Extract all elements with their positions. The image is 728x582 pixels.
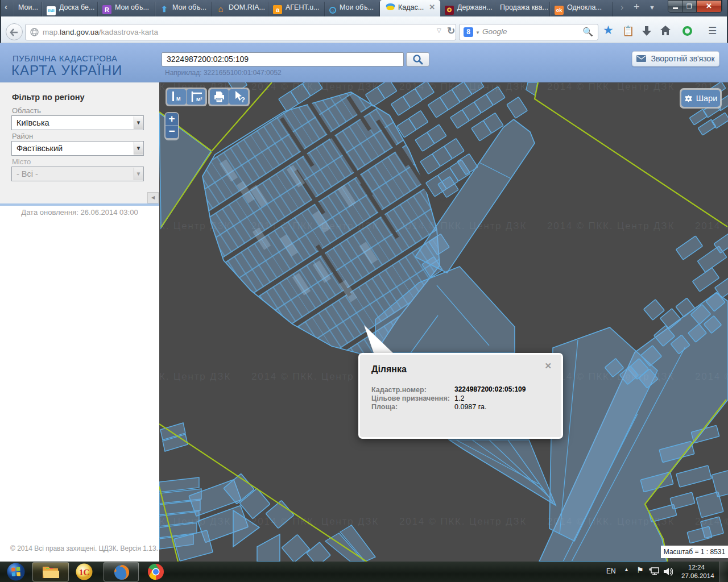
svg-text:2014 © ПКК. Центр ДЗК: 2014 © ПКК. Центр ДЗК	[547, 221, 675, 231]
svg-text:2014 © ПКК. Центр ДЗК: 2014 © ПКК. Центр ДЗК	[251, 221, 379, 231]
svg-text:2014 © ПКК. Центр ДЗК: 2014 © ПКК. Центр ДЗК	[547, 82, 675, 92]
svg-text:2014 © ПКК. Центр ДЗК: 2014 © ПКК. Центр ДЗК	[159, 516, 231, 527]
svg-text:2014 © ПКК. Центр ДЗК: 2014 © ПКК. Центр ДЗК	[695, 371, 728, 382]
svg-text:2014 © ПКК. Центр ДЗК: 2014 © ПКК. Центр ДЗК	[695, 516, 728, 527]
svg-text:2014 © ПКК. Центр ДЗК: 2014 © ПКК. Центр ДЗК	[159, 221, 231, 231]
svg-text:2014 © ПКК. Центр ДЗК: 2014 © ПКК. Центр ДЗК	[695, 221, 728, 231]
svg-text:М²: М²	[196, 97, 202, 102]
svg-text:2014 © ПКК. Центр ДЗК: 2014 © ПКК. Центр ДЗК	[547, 516, 675, 527]
svg-text:2014 © ПКК. Центр ДЗК: 2014 © ПКК. Центр ДЗК	[251, 82, 379, 92]
svg-text:2014 © ПКК. Центр ДЗК: 2014 © ПКК. Центр ДЗК	[251, 516, 379, 527]
svg-text:2014 © ПКК. Центр ДЗК: 2014 © ПКК. Центр ДЗК	[547, 371, 675, 382]
svg-text:2014 © ПКК. Центр ДЗК: 2014 © ПКК. Центр ДЗК	[399, 221, 527, 231]
svg-text:?: ?	[241, 95, 245, 104]
svg-text:2014 © ПКК. Центр ДЗК: 2014 © ПКК. Центр ДЗК	[159, 371, 231, 382]
svg-text:1С: 1С	[79, 568, 89, 577]
svg-text:2014 © ПКК. Центр ДЗК: 2014 © ПКК. Центр ДЗК	[399, 82, 527, 92]
svg-text:2014 © ПКК. Центр ДЗК: 2014 © ПКК. Центр ДЗК	[399, 516, 527, 527]
